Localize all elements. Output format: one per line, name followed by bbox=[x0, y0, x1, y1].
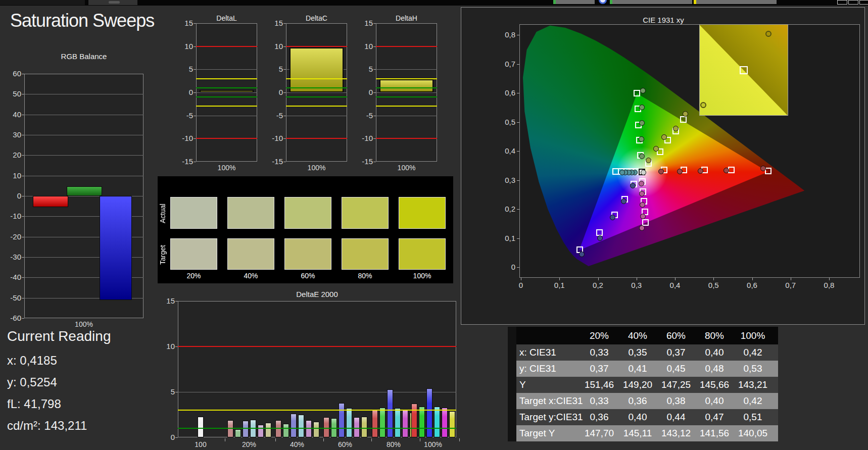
deltae-y-tick bbox=[175, 437, 178, 438]
sync-icon[interactable] bbox=[599, 0, 607, 4]
rgb-y-tick-label: -30 bbox=[2, 253, 21, 261]
cie-x-tick bbox=[521, 278, 521, 280]
cie-x-tick bbox=[713, 278, 714, 280]
delta-y-tick-label: 5 bbox=[178, 65, 193, 73]
cie-measured-marker-cyan bbox=[619, 170, 625, 175]
delta-y-tick-label: 15 bbox=[358, 19, 373, 27]
delta-y-tick-label: 0 bbox=[268, 88, 283, 96]
cie-y-tick bbox=[517, 267, 519, 268]
toolbar-button-fragment[interactable] bbox=[694, 0, 777, 4]
delta-y-tick-label: -15 bbox=[358, 157, 373, 166]
deltae-limit-line bbox=[178, 410, 456, 411]
deltae-bar bbox=[313, 422, 319, 438]
swatch-col-label: 20% bbox=[170, 272, 217, 280]
cie-y-tick-label: 0,4 bbox=[496, 146, 515, 155]
cie-measured-marker-magenta bbox=[639, 191, 645, 196]
cie-measured-marker-blue bbox=[579, 252, 585, 257]
cie-measured-marker-green bbox=[639, 136, 644, 142]
swatch-actual-80% bbox=[342, 197, 389, 229]
delta-x-label: 100% bbox=[196, 164, 257, 172]
delta-limit-line bbox=[286, 96, 347, 97]
cie-x-tick bbox=[829, 278, 830, 280]
table-header-cell: 20% bbox=[580, 327, 618, 344]
cie-measured-marker-magenta bbox=[640, 214, 646, 219]
table-row: Target x:CIE310,330,360,380,400,42 bbox=[508, 393, 778, 409]
deltae-bar bbox=[361, 417, 367, 437]
delta-x-label: 100% bbox=[376, 164, 437, 172]
cie-y-tick bbox=[517, 209, 519, 210]
rgb-gridline bbox=[24, 94, 143, 94]
toolbar-tab-fragment[interactable] bbox=[0, 0, 85, 5]
delta-y-tick-label: -10 bbox=[358, 134, 373, 142]
table-row-label: Target Y bbox=[516, 425, 580, 441]
table-row-label: y: CIE31 bbox=[516, 361, 580, 377]
swatch-row-label: Actual bbox=[159, 197, 167, 230]
deltae-bar bbox=[265, 423, 271, 437]
window-button[interactable] bbox=[848, 0, 858, 5]
delta-gridline bbox=[196, 92, 257, 93]
inset-target-marker bbox=[740, 66, 748, 74]
cie-x-tick-label: 0,1 bbox=[549, 281, 569, 289]
table-cell: 0,40 bbox=[695, 393, 734, 409]
cie-x-tick-label: 0,5 bbox=[703, 281, 724, 289]
swatch-target-40% bbox=[227, 238, 274, 270]
rgb-y-tick-label: 10 bbox=[2, 171, 21, 180]
cie-markers bbox=[520, 25, 860, 278]
cie-x-tick-label: 0,6 bbox=[742, 281, 762, 289]
deltae-x-tick bbox=[225, 438, 225, 441]
window-button[interactable] bbox=[859, 0, 868, 5]
rgb-balance-x-label: 100% bbox=[24, 320, 143, 328]
swatch-actual-100% bbox=[399, 197, 446, 229]
cie-y-tick bbox=[517, 35, 519, 35]
cie-y-tick bbox=[517, 64, 519, 65]
table-cell: 0,51 bbox=[734, 409, 772, 425]
swatch-row-label: Target bbox=[159, 238, 167, 272]
table-cell: 0,47 bbox=[695, 409, 734, 425]
cie-y-tick-label: 0,1 bbox=[496, 234, 515, 242]
table-header-cell: 60% bbox=[657, 327, 695, 344]
cie-x-tick-label: 0,7 bbox=[781, 281, 801, 289]
cie-measured-marker-green bbox=[639, 105, 645, 110]
delta-y-tick-label: 0 bbox=[178, 88, 193, 96]
table-cell: 143,21 bbox=[734, 377, 772, 393]
table-cell: 0,42 bbox=[734, 393, 772, 409]
reading-fl-value: 41,798 bbox=[24, 397, 61, 411]
rgb-gridline bbox=[24, 176, 143, 176]
table-row-label: Y bbox=[516, 377, 580, 393]
table-cell: 0,48 bbox=[695, 361, 734, 377]
cie-measured-marker-green bbox=[639, 120, 645, 126]
delta-y-tick-label: 5 bbox=[268, 65, 283, 73]
swatch-actual-40% bbox=[227, 197, 274, 229]
rgb-y-tick-label: 30 bbox=[2, 130, 21, 139]
toolbar-button-fragment[interactable] bbox=[610, 0, 692, 4]
deltae-bar bbox=[291, 414, 297, 437]
deltae-limit-line bbox=[178, 428, 456, 429]
deltae-bar bbox=[379, 408, 385, 437]
delta-chart-title: DeltaC bbox=[276, 14, 357, 22]
cie-y-tick-label: 0,2 bbox=[496, 205, 515, 213]
table-header-cell: 40% bbox=[618, 327, 657, 344]
rgb-y-tick-label: -60 bbox=[2, 314, 21, 322]
toolbar-tab-fragment[interactable] bbox=[88, 0, 137, 5]
swatch-col-label: 40% bbox=[227, 272, 274, 280]
cie-measured-marker-red bbox=[658, 169, 664, 174]
cie-measured-marker-yellow bbox=[646, 158, 651, 163]
rgb-y-tick-label: -20 bbox=[2, 232, 21, 241]
table-cell: 147,25 bbox=[657, 377, 695, 393]
deltae-bar bbox=[411, 404, 417, 437]
delta-limit-line bbox=[376, 96, 437, 97]
cie-y-tick-label: 0,6 bbox=[496, 88, 515, 97]
cie-target-marker-magenta bbox=[642, 219, 649, 226]
cie-panel: CIE 1931 xy 000,10,10,20,20,30,30,40,40,… bbox=[461, 7, 865, 325]
delta-y-tick-label: 5 bbox=[358, 65, 373, 73]
table-cell: 141,56 bbox=[695, 425, 734, 441]
window-button[interactable] bbox=[837, 0, 847, 5]
table-cell: 0,37 bbox=[657, 344, 695, 361]
table-gutter bbox=[508, 377, 516, 393]
deltae-bar bbox=[298, 415, 304, 437]
measurement-table: 20%40%60%80%100%x: CIE310,330,350,370,40… bbox=[508, 327, 778, 441]
table-gutter bbox=[508, 425, 516, 441]
deltae-y-tick-label: 5 bbox=[160, 387, 175, 396]
toolbar-button-fragment[interactable] bbox=[553, 0, 595, 4]
cie-measured-marker-blue bbox=[597, 235, 603, 241]
